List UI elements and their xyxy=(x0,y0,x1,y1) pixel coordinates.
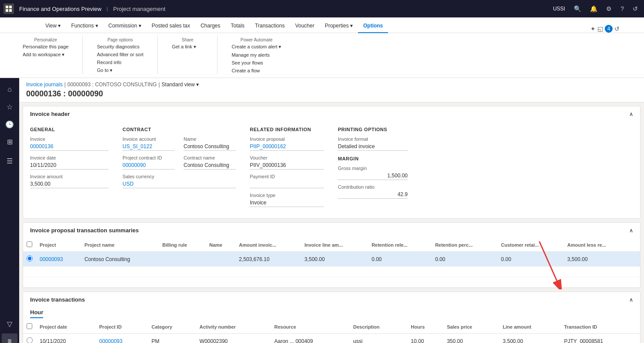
invoice-date-label: Invoice date xyxy=(30,155,109,160)
refresh-icon[interactable]: ↺ xyxy=(630,3,641,14)
tab-view[interactable]: View ▾ xyxy=(40,19,66,33)
select-all-checkbox[interactable] xyxy=(27,241,32,247)
breadcrumb-invoice-journals[interactable]: Invoice journals xyxy=(26,82,62,88)
ribbon-group-power-automate-label: Power Automate xyxy=(230,36,283,42)
txn-row-description: ussi xyxy=(350,334,407,343)
tab-options[interactable]: Options xyxy=(358,19,388,33)
sidebar-home-icon[interactable]: ⌂ xyxy=(2,82,17,97)
invoice-field: Invoice 00000136 xyxy=(30,136,109,151)
manage-alerts-btn[interactable]: Manage my alerts xyxy=(230,51,283,58)
ribbon-icon-3[interactable]: ↺ xyxy=(614,25,620,32)
tab-commission[interactable]: Commission ▾ xyxy=(103,19,147,33)
row-scroll xyxy=(631,252,640,267)
invoice-account-value[interactable]: US_SI_0122 xyxy=(123,143,175,151)
col-project-name: Project name xyxy=(81,238,159,252)
invoice-label: Invoice xyxy=(30,136,109,142)
invoice-transactions-title: Invoice transactions xyxy=(30,296,85,303)
invoice-proposal-value[interactable]: PIIP_00000162 xyxy=(250,143,324,151)
svg-rect-2 xyxy=(6,9,8,12)
invoice-transactions-section-header[interactable]: Invoice transactions ∧ xyxy=(23,292,640,307)
tab-voucher[interactable]: Voucher xyxy=(290,19,320,33)
txn-select-all-checkbox[interactable] xyxy=(27,323,32,329)
project-contract-id-label: Project contract ID xyxy=(123,155,175,160)
sales-currency-value[interactable]: USD xyxy=(123,180,236,188)
invoice-header-section: Invoice header ∧ GENERAL Invoice 0000013… xyxy=(23,106,641,219)
create-custom-alert-btn[interactable]: Create a custom alert ▾ xyxy=(230,43,283,51)
txn-row-radio[interactable] xyxy=(27,337,33,343)
sidebar-recent-icon[interactable]: 🕒 xyxy=(2,116,17,132)
ribbon-icon-2[interactable]: ◱ xyxy=(597,25,603,32)
tab-properties[interactable]: Properties ▾ xyxy=(320,19,358,33)
txn-col-line-amount: Line amount xyxy=(499,320,561,334)
invoice-value[interactable]: 00000136 xyxy=(30,143,109,151)
gross-margin-field: Gross margin 1,500.00 xyxy=(338,166,408,180)
sidebar-lines-icon[interactable]: ≡ xyxy=(2,333,17,343)
sidebar-star-icon[interactable]: ☆ xyxy=(2,99,17,115)
printing-options-title: PRINTING OPTIONS xyxy=(338,127,408,132)
tab-totals[interactable]: Totals xyxy=(225,19,249,33)
search-icon[interactable]: 🔍 xyxy=(571,3,584,14)
invoice-format-label: Invoice format xyxy=(338,136,408,142)
invoice-header-collapse-icon[interactable]: ∧ xyxy=(629,111,633,117)
user-label[interactable]: USSI xyxy=(550,4,568,14)
ribbon-group-personalize: Personalize Personalize this page Add to… xyxy=(21,36,70,58)
invoice-amount-field: Invoice amount 3,500.00 xyxy=(30,174,109,188)
invoice-header-section-header[interactable]: Invoice header ∧ xyxy=(23,106,640,122)
security-diagnostics-btn[interactable]: Security diagnostics xyxy=(95,43,145,50)
contract-name-col-field: Name Contoso Consulting xyxy=(184,136,236,151)
tab-charges[interactable]: Charges xyxy=(195,19,225,33)
col-select xyxy=(23,238,36,252)
page-header: Invoice journals | 00000093 : CONTOSO CO… xyxy=(19,78,644,102)
settings-icon[interactable]: ⚙ xyxy=(603,3,614,14)
breadcrumb-view[interactable]: Standard view ▾ xyxy=(162,82,199,88)
tab-posted-sales-tax[interactable]: Posted sales tax xyxy=(147,19,195,33)
txn-row-line-amount: 3,500.00 xyxy=(499,334,561,343)
record-info-btn[interactable]: Record info xyxy=(95,59,145,66)
ribbon-tabs: View ▾ Functions ▾ Commission ▾ Posted s… xyxy=(0,17,644,33)
go-to-btn[interactable]: Go to ▾ xyxy=(95,67,145,74)
sidebar-filter-icon[interactable]: ▽ xyxy=(2,316,17,332)
invoice-format-value: Detailed invoice xyxy=(338,143,408,151)
table-row[interactable]: 00000093 Contoso Consulting 2,503,676.10… xyxy=(23,252,640,267)
invoice-transactions-thead: Project date Project ID Category Activit… xyxy=(23,320,640,334)
col-project: Project xyxy=(36,238,81,252)
invoice-transactions-collapse-icon[interactable]: ∧ xyxy=(629,297,633,303)
notification-icon[interactable]: 🔔 xyxy=(587,3,600,14)
ribbon-group-personalize-label: Personalize xyxy=(21,36,70,42)
tab-transactions[interactable]: Transactions xyxy=(250,19,290,33)
app-title: Finance and Operations Preview xyxy=(19,6,102,12)
contract-name-value: Contoso Consulting xyxy=(184,161,236,170)
tab-functions[interactable]: Functions ▾ xyxy=(66,19,103,33)
ribbon-badge[interactable]: 4 xyxy=(605,25,613,33)
table-row[interactable]: 10/11/2020 00000093 PM W00002390 Aaron .… xyxy=(23,334,640,343)
project-contract-id-value[interactable]: 00000090 xyxy=(123,161,175,170)
create-flow-btn[interactable]: Create a flow xyxy=(230,67,283,74)
advanced-filter-btn[interactable]: Advanced filter or sort xyxy=(95,51,145,58)
breadcrumb-sep2: | xyxy=(158,82,160,88)
personalize-this-page-btn[interactable]: Personalize this page xyxy=(21,43,70,50)
see-flows-btn[interactable]: See your flows xyxy=(230,59,283,66)
invoice-proposal-section-header[interactable]: Invoice proposal transaction summaries ∧ xyxy=(23,223,640,238)
voucher-label: Voucher xyxy=(250,155,324,160)
ribbon-group-power-automate-items: Create a custom alert ▾ Manage my alerts… xyxy=(230,43,283,74)
invoice-proposal-thead: Project Project name Billing rule Name A… xyxy=(23,238,640,252)
page-title: 00000136 : 00000090 xyxy=(26,89,103,102)
app-module: Project management xyxy=(113,6,165,12)
txn-row-category: PM xyxy=(148,334,196,343)
add-to-workspace-btn[interactable]: Add to workspace ▾ xyxy=(21,51,70,58)
help-icon[interactable]: ? xyxy=(618,3,627,14)
sidebar-list-icon[interactable]: ☰ xyxy=(2,153,17,169)
ribbon-group-share-label: Share xyxy=(170,36,205,42)
invoice-account-field: Invoice account US_SI_0122 xyxy=(123,136,175,151)
app-logo[interactable] xyxy=(3,3,14,14)
contribution-ratio-label: Contribution ratio xyxy=(338,184,408,190)
invoice-date-field: Invoice date 10/11/2020 xyxy=(30,155,109,170)
contract-name-col-label: Name xyxy=(184,136,236,142)
sidebar-workspace-icon[interactable]: ⊞ xyxy=(2,134,17,149)
contract-section: CONTRACT Invoice account US_SI_0122 Name… xyxy=(123,127,236,211)
row-radio[interactable] xyxy=(27,255,33,261)
txn-row-hours: 10.00 xyxy=(407,334,443,343)
ribbon-icon-1[interactable]: ✦ xyxy=(590,25,596,32)
get-a-link-btn[interactable]: Get a link ▾ xyxy=(170,43,205,51)
invoice-proposal-collapse-icon[interactable]: ∧ xyxy=(629,228,633,234)
